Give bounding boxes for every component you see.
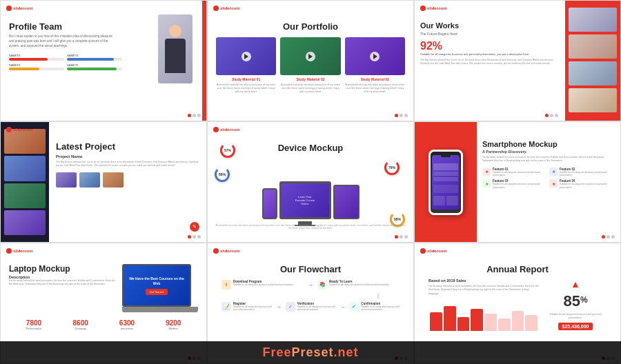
logo-9: slideroom <box>420 248 447 254</box>
flow-item-2: 📚 Ready To Learn Suitable for all catego… <box>317 280 400 290</box>
chart-bar-1 <box>430 312 442 331</box>
phone-screen-content <box>432 162 460 207</box>
feature-3-text: Feature 03 Suitable for all categories b… <box>493 179 546 189</box>
logo-8: slideroom <box>213 248 240 254</box>
proj-thumb-2 <box>79 172 100 188</box>
stat-label-2: NAMETE <box>67 54 122 57</box>
donut-57-label: 57% <box>224 148 231 152</box>
portfolio-items: Study Material 01 A wonderful serenity h… <box>216 37 405 112</box>
laptop-text-area: Laptop Mockup Description Far far away, … <box>9 264 117 312</box>
slide-profile-team: slideroom Profile Team But I must explai… <box>0 0 207 121</box>
flow-row-2: 📝 Register Suitable for all categories b… <box>221 302 400 312</box>
report-based: Based on 2019 Sales <box>428 279 539 283</box>
chart-bar-4 <box>471 309 483 331</box>
profile-team-desc: But I must explain to you how all this m… <box>9 34 113 48</box>
flow-item-1: ⬇ Download Program Suitable for all cate… <box>221 280 304 290</box>
our-works-title: Our Works <box>420 21 560 30</box>
our-works-left: slideroom Our Works The Future Begins He… <box>415 1 565 121</box>
slide-our-works: slideroom Our Works The Future Begins He… <box>414 0 621 121</box>
project-name: Project Name <box>56 154 199 159</box>
donut-79-label: 79% <box>388 165 395 170</box>
stat-label-1: NAMETE <box>9 54 64 57</box>
portfolio-label-1: Study Material 01 <box>216 77 276 81</box>
devices-container: 57% 86% Learn YourFavorite CourseOnline <box>216 157 405 234</box>
proj-thumb-3 <box>103 172 124 188</box>
play-btn-1[interactable] <box>241 52 251 61</box>
laptop-stats: 7800 Performance 8600 Creativity 6300 In… <box>9 319 198 330</box>
feature-2-desc: Suitable for all categories business and… <box>560 171 613 177</box>
proj-thumb-1 <box>56 172 77 188</box>
project-thumbs <box>56 172 199 188</box>
chart-bar-5 <box>484 314 497 331</box>
donut-86: 86% <box>215 167 230 182</box>
smartphone-left <box>415 122 477 242</box>
stat-row-3: NAMETE <box>9 63 64 70</box>
stat-performance: 7800 Performance <box>26 319 42 330</box>
logo-4: slideroom <box>6 127 33 132</box>
stat-bar-2 <box>67 58 122 61</box>
portfolio-label-3: Study Material 03 <box>345 77 405 81</box>
laptop-cta: Get Started <box>146 289 168 295</box>
flow-item-3: 📝 Register Suitable for all categories b… <box>221 302 272 312</box>
laptop-top: Laptop Mockup Description Far far away, … <box>9 264 198 312</box>
person-body <box>165 39 186 73</box>
slide-4-nav <box>188 235 201 239</box>
slide-latest-project: slideroom Latest Project Project Name Th… <box>0 121 207 243</box>
arrow-up-icon: ▲ <box>570 279 581 290</box>
slide-portfolio: slideroom Our Portfolio Study Material 0… <box>207 0 414 121</box>
feature-4: ★ Feature 04 Suitable for all categories… <box>549 179 613 189</box>
flow-desc-3: Suitable for all categories business and… <box>233 305 272 312</box>
play-btn-2[interactable] <box>306 52 315 61</box>
stat-number-innovation: 6300 <box>119 319 135 327</box>
stat-creativity: 8600 Creativity <box>73 319 88 330</box>
accent-bar <box>202 1 206 121</box>
logo-7: slideroom <box>6 248 33 254</box>
donut-79: 79% <box>384 160 400 175</box>
smartphone-subtitle: A Partnership Discovery. <box>482 150 613 154</box>
stat-row-4: NAMETE <box>67 63 122 70</box>
stat-bar-1 <box>9 58 64 61</box>
latest-project-body: The Big Domus advised her, not to do so,… <box>56 161 199 168</box>
watermark: FreePreset.net <box>0 341 621 364</box>
stat-innovation: 6300 Innovation <box>119 319 135 330</box>
stat-modern: 9200 Modern <box>166 319 181 330</box>
flow-arrow-2: → <box>275 303 283 311</box>
edit-fab[interactable]: ✎ <box>190 222 199 232</box>
feature-1-text: Feature 01 Suitable for all categories b… <box>493 168 546 177</box>
feature-1-desc: Suitable for all categories business and… <box>493 171 546 177</box>
feature-2-text: Feature 02 Suitable for all categories b… <box>560 168 613 177</box>
play-btn-3[interactable] <box>370 52 379 61</box>
latest-project-right: slideroom Latest Project Project Name Th… <box>49 122 206 242</box>
report-right-desc: Suitable for all categories business and… <box>544 313 607 320</box>
flow-arrow-3: → <box>338 303 346 311</box>
big-percent-value: 85 <box>563 292 580 310</box>
our-works-subtitle: The Future Begins Here! <box>420 32 560 36</box>
flow-connector-1 <box>221 293 400 299</box>
slide-smartphone-mockup: slideroom Smartphone Mockup A Partnershi… <box>414 121 621 243</box>
works-photo-2 <box>569 34 617 59</box>
device-mockup-body: A wonderful serenity has taken possessio… <box>208 224 413 230</box>
monitor-screen-text: Learn YourFavorite CourseOnline <box>294 194 316 208</box>
latest-project-title: Latest Project <box>56 141 199 152</box>
flow-text-2: Ready To Learn Suitable for all categori… <box>329 280 400 286</box>
flow-icon-1: ⬇ <box>221 280 231 290</box>
logo-6: slideroom <box>420 127 447 132</box>
report-chart <box>428 300 539 331</box>
feature-2: ★ Feature 02 Suitable for all categories… <box>549 168 613 177</box>
portfolio-desc-3: A wonderful serenity has taken possessio… <box>345 83 405 94</box>
smartphone-body: Tar far away, behind the word mountains,… <box>482 156 613 163</box>
annual-report-title: Annual Report <box>423 264 612 274</box>
flow-arrow-1: → <box>306 281 315 289</box>
flowchart-title: Our Flowchart <box>216 264 405 274</box>
chart-bar-3 <box>457 317 470 331</box>
slide-1-nav <box>188 114 201 117</box>
stat-number-performance: 7800 <box>26 319 41 327</box>
flow-line-1 <box>377 293 379 299</box>
stat-label-3: NAMETE <box>9 63 64 67</box>
stat-label-performance: Performance <box>26 327 42 330</box>
price-badge: $25,436,000 <box>558 323 593 330</box>
flow-text-4: Verification Suitable for all categories… <box>297 302 336 312</box>
laptop-screen: We Have the Best Courses on the Web Get … <box>122 264 191 307</box>
flow-text-1: Download Program Suitable for all catego… <box>233 280 304 286</box>
flow-row-1: ⬇ Download Program Suitable for all cate… <box>221 280 400 290</box>
